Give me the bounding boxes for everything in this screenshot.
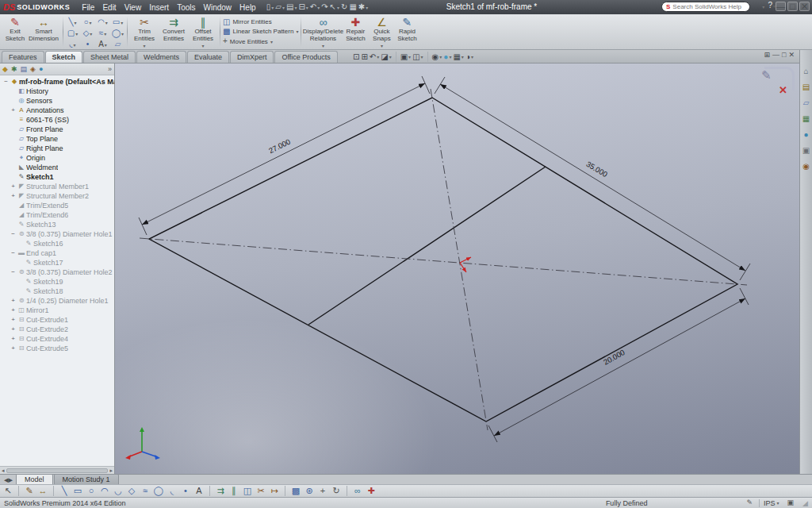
tab-features[interactable]: Features: [2, 51, 44, 63]
doc-close-button[interactable]: ✕: [788, 52, 795, 59]
tree-item[interactable]: +⊚1/4 (0.25) Diameter Hole1: [0, 296, 114, 306]
sketch-canvas[interactable]: 27.000 35.000 20.000: [115, 64, 799, 474]
search-input[interactable]: [672, 3, 760, 10]
close-button[interactable]: ✕: [799, 2, 810, 11]
smart-dimension-button[interactable]: ↔: [37, 486, 48, 497]
tab-dimxpert[interactable]: DimXpert: [230, 51, 274, 63]
tree-item[interactable]: ◢Trim/Extend6: [0, 210, 114, 220]
tree-item[interactable]: ◣Weldment: [0, 163, 114, 172]
menu-window[interactable]: Window: [200, 2, 236, 13]
minimize-button[interactable]: —: [776, 2, 786, 11]
tree-item[interactable]: +◫Mirror1: [0, 306, 114, 315]
tree-item[interactable]: ⌖Origin: [0, 153, 114, 163]
tree-item[interactable]: ✎Sketch13: [0, 220, 114, 229]
point-tool-button[interactable]: •: [80, 39, 95, 50]
expand-toggle[interactable]: +: [10, 345, 17, 352]
ellipse-tool-button[interactable]: ◯▾: [110, 28, 125, 39]
tree-item[interactable]: ✎Sketch19: [0, 277, 114, 287]
rectangle-tool-button[interactable]: ▭: [72, 486, 83, 497]
frame-outline-sketch-lines[interactable]: [149, 98, 737, 421]
tab-evaluate[interactable]: Evaluate: [187, 51, 229, 63]
tab-model[interactable]: Model: [16, 474, 53, 484]
expand-toggle[interactable]: −: [10, 269, 17, 275]
tree-item[interactable]: −◆mf-rob-frame (Default<As Machin: [0, 77, 114, 87]
featuremanager-tab[interactable]: ◆: [2, 66, 8, 73]
zoom-to-fit-button[interactable]: ⊡: [353, 53, 359, 61]
viewport-layout-button[interactable]: ⊞: [764, 52, 770, 59]
dim20-dimension-line[interactable]: [494, 298, 745, 436]
unit-system-selector[interactable]: IPS ▾: [759, 499, 783, 507]
text-tool-button[interactable]: A: [193, 486, 205, 497]
smart-dimension-button[interactable]: ↔Smart Dimension: [27, 15, 60, 48]
expand-toggle[interactable]: +: [10, 193, 17, 199]
polygon-tool-button[interactable]: ◇▾: [80, 28, 95, 39]
rebuild-button[interactable]: ↻: [341, 3, 347, 11]
tree-item[interactable]: +⊟Cut-Extrude4: [0, 334, 114, 344]
menu-insert[interactable]: Insert: [145, 2, 173, 13]
sketch-origin[interactable]: [460, 257, 471, 272]
tree-item[interactable]: −⊚3/8 (0.375) Diameter Hole1: [0, 229, 114, 239]
hide-show-items-button[interactable]: ◉▾: [432, 53, 442, 61]
expand-toggle[interactable]: +: [10, 336, 17, 342]
tab-sketch[interactable]: Sketch: [45, 51, 83, 63]
tab-office-products[interactable]: Office Products: [274, 51, 337, 63]
dimension-value-27[interactable]: 27.000: [267, 137, 292, 155]
linear-pattern-button[interactable]: ▩: [290, 486, 301, 497]
panel-horizontal-scrollbar[interactable]: ◂ ▸: [0, 466, 114, 474]
arc-tool-button[interactable]: ◠: [99, 486, 110, 497]
help-button[interactable]: ?▾: [768, 2, 776, 10]
text-tool-button[interactable]: A▾: [95, 39, 110, 50]
convert-entities-button[interactable]: ⇉: [215, 486, 226, 497]
expand-toggle[interactable]: −: [2, 79, 10, 85]
extend-entities-button[interactable]: ↦: [269, 486, 280, 497]
tree-item[interactable]: ✎Sketch17: [0, 258, 114, 267]
repair-sketch-button[interactable]: ✚Repair Sketch: [342, 15, 369, 48]
new-document-button[interactable]: ▯▾: [266, 3, 274, 11]
tab-sheet-metal[interactable]: Sheet Metal: [83, 51, 136, 63]
tree-item[interactable]: +⊟Cut-Extrude1: [0, 315, 114, 325]
tree-item[interactable]: +◤Structural Member2: [0, 191, 114, 201]
file-properties-button[interactable]: ▦: [349, 3, 356, 11]
ellipse-tool-button[interactable]: ◯: [153, 486, 164, 497]
options-button[interactable]: ✱▾: [358, 3, 368, 11]
save-button[interactable]: ▤▾: [286, 3, 297, 11]
tree-item[interactable]: +⊟Cut-Extrude5: [0, 344, 114, 353]
cross-member-sketch-line[interactable]: [308, 167, 546, 325]
expand-toggle[interactable]: +: [10, 183, 17, 190]
confirm-exit-sketch-button[interactable]: ✎: [761, 68, 772, 83]
tree-item[interactable]: ✎Sketch18: [0, 287, 114, 296]
exit-sketch-button[interactable]: ✎Exit Sketch: [3, 15, 27, 48]
quick-snaps-button[interactable]: ∠Quick Snaps▾: [369, 15, 394, 48]
trim-entities-button[interactable]: ✂Trim Entities▾: [130, 15, 159, 48]
move-entities-button[interactable]: +Move Entities▾: [223, 37, 298, 46]
redo-button[interactable]: ↷: [321, 3, 327, 11]
mirror-entities-button[interactable]: ◫Mirror Entities: [223, 17, 298, 26]
tree-item[interactable]: ▱Top Plane: [0, 134, 114, 144]
open-document-button[interactable]: ▱▾: [275, 3, 285, 11]
menu-edit[interactable]: Edit: [98, 2, 120, 13]
dim27-dimension-line[interactable]: [142, 83, 425, 225]
view-palette-button[interactable]: ▦: [802, 115, 810, 123]
display-delete-relations-button[interactable]: ∞Display/Delete Relations▾: [304, 15, 342, 48]
propertymanager-tab[interactable]: ✱: [11, 66, 17, 73]
expand-toggle[interactable]: −: [10, 231, 17, 237]
expand-toggle[interactable]: +: [10, 298, 17, 304]
select-tool-button[interactable]: ↖: [2, 486, 13, 497]
display-style-button[interactable]: ◫▾: [412, 53, 423, 61]
scroll-right-button[interactable]: ▸: [109, 468, 113, 474]
tree-item[interactable]: ▱Front Plane: [0, 125, 114, 134]
model-tabs-scroll-right-button[interactable]: ▸: [9, 475, 13, 484]
expand-toggle[interactable]: +: [10, 307, 17, 314]
custom-properties-button[interactable]: ▣: [802, 147, 810, 155]
centerline-diagonal-left-right[interactable]: [140, 238, 747, 285]
tree-item[interactable]: +⊟Cut-Extrude2: [0, 325, 114, 334]
plane-tool-button[interactable]: ▱: [110, 39, 125, 50]
design-library-button[interactable]: ▤: [802, 83, 810, 91]
scrollbar-thumb[interactable]: [6, 468, 109, 473]
solidworks-forum-button[interactable]: ◉: [802, 163, 810, 171]
view-settings-button[interactable]: ◑▾: [465, 53, 473, 61]
menu-tools[interactable]: Tools: [173, 2, 199, 13]
search-box[interactable]: S ▾: [661, 2, 750, 12]
display-relations-button[interactable]: ∞: [352, 486, 363, 497]
expand-toggle[interactable]: +: [10, 107, 17, 114]
